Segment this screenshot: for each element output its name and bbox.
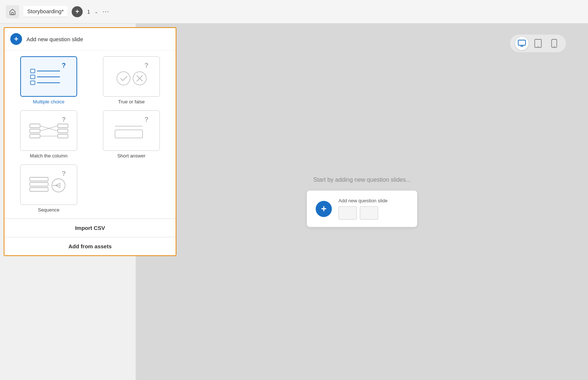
- desktop-button[interactable]: [515, 37, 528, 50]
- svg-text:?: ?: [62, 116, 66, 123]
- true-or-false-card[interactable]: ? True or false: [93, 56, 170, 104]
- more-options-button[interactable]: ···: [103, 8, 109, 15]
- match-the-column-card[interactable]: ?: [10, 110, 87, 159]
- svg-text:?: ?: [144, 116, 148, 123]
- svg-point-36: [538, 46, 538, 47]
- add-from-assets-button[interactable]: Add from assets: [4, 237, 176, 255]
- add-card-preview: + Add new question slide: [307, 191, 417, 227]
- svg-rect-17: [58, 124, 68, 128]
- svg-rect-4: [31, 75, 35, 79]
- svg-rect-29: [30, 188, 48, 191]
- add-card-boxes: [338, 206, 388, 220]
- svg-rect-25: [115, 130, 143, 138]
- svg-rect-18: [58, 129, 68, 133]
- empty-state: Start by adding new question slides... +…: [307, 177, 417, 227]
- add-card-icon: +: [316, 201, 332, 217]
- popup-title: Add new question slide: [26, 36, 83, 42]
- add-question-panel: + Add new question slide ?: [4, 27, 176, 256]
- true-or-false-label: True or false: [118, 99, 145, 104]
- mobile-button[interactable]: [548, 37, 561, 50]
- popup-add-icon[interactable]: +: [10, 33, 22, 45]
- main-area: + Add new question slide ?: [0, 24, 588, 380]
- multiple-choice-label: Multiple choice: [33, 99, 65, 104]
- multiple-choice-preview: ?: [20, 56, 77, 97]
- svg-point-9: [117, 72, 130, 85]
- short-answer-card[interactable]: ? Short answer: [93, 110, 170, 159]
- sidebar: + Add new question slide ?: [0, 24, 136, 380]
- svg-rect-15: [30, 129, 40, 133]
- page-chevron-icon[interactable]: ⌄: [94, 9, 98, 14]
- short-answer-label: Short answer: [117, 153, 146, 159]
- sequence-label: Sequence: [38, 207, 60, 213]
- tablet-button[interactable]: [531, 37, 545, 50]
- short-answer-preview: ?: [103, 110, 160, 151]
- svg-point-38: [554, 46, 555, 47]
- device-toolbar: [510, 35, 566, 52]
- project-title[interactable]: Storyboarding*: [24, 6, 67, 17]
- match-the-column-label: Match the column: [30, 153, 68, 159]
- toolbar: Storyboarding* + 1 ⌄ ···: [0, 0, 588, 24]
- add-slide-button[interactable]: +: [72, 6, 83, 17]
- page-number: 1: [87, 9, 90, 15]
- svg-text:?: ?: [144, 62, 148, 69]
- add-card-box-2: [360, 206, 378, 220]
- add-card-box-1: [338, 206, 357, 220]
- multiple-choice-card[interactable]: ? Multiple choice: [10, 56, 87, 104]
- empty-state-text: Start by adding new question slides...: [313, 177, 410, 183]
- svg-rect-6: [31, 81, 35, 85]
- sequence-preview: ?: [20, 164, 77, 205]
- svg-text:?: ?: [62, 62, 66, 69]
- svg-rect-2: [31, 69, 35, 73]
- svg-rect-19: [58, 134, 68, 138]
- import-csv-button[interactable]: Import CSV: [4, 219, 176, 237]
- svg-rect-32: [518, 40, 526, 45]
- svg-rect-0: [12, 13, 14, 15]
- match-the-column-preview: ?: [20, 110, 77, 151]
- svg-rect-27: [30, 177, 48, 181]
- question-cards-grid: ? Multiple choice: [4, 50, 176, 219]
- sequence-card[interactable]: ? Sequence: [10, 164, 87, 213]
- svg-rect-16: [30, 134, 40, 138]
- true-or-false-preview: ?: [103, 56, 160, 97]
- add-card-title: Add new question slide: [338, 198, 388, 203]
- add-card-content: Add new question slide: [338, 198, 388, 220]
- svg-rect-28: [30, 182, 48, 186]
- home-button[interactable]: [6, 5, 19, 18]
- popup-header: + Add new question slide: [4, 28, 176, 50]
- svg-text:?: ?: [62, 170, 66, 177]
- svg-rect-14: [30, 124, 40, 128]
- content-area: Start by adding new question slides... +…: [136, 24, 588, 380]
